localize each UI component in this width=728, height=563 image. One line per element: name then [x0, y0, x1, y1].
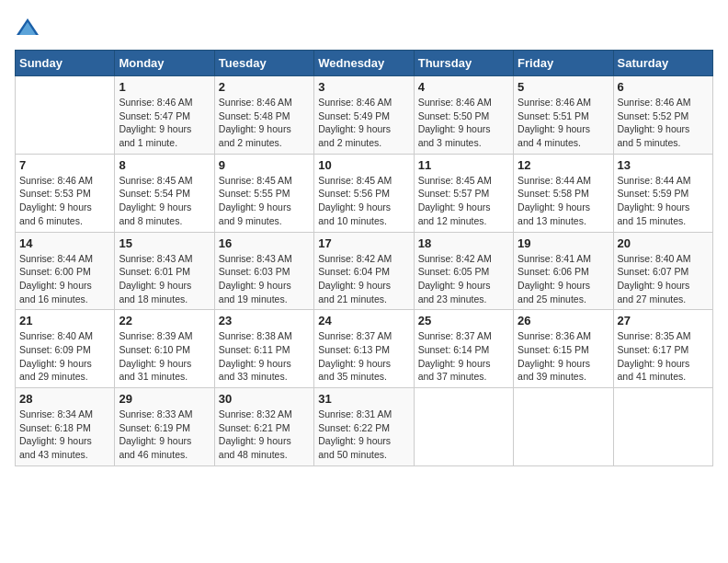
day-number: 7 — [19, 158, 110, 172]
day-info: Sunrise: 8:34 AM Sunset: 6:18 PM Dayligh… — [19, 408, 110, 462]
day-number: 24 — [318, 314, 409, 327]
day-number: 22 — [119, 314, 210, 327]
calendar-cell — [16, 76, 115, 155]
calendar-cell: 7Sunrise: 8:46 AM Sunset: 5:53 PM Daylig… — [16, 154, 115, 232]
day-number: 21 — [19, 314, 110, 327]
calendar-cell: 30Sunrise: 8:32 AM Sunset: 6:21 PM Dayli… — [214, 388, 313, 466]
calendar-cell — [414, 388, 513, 466]
logo — [15, 15, 44, 40]
weekday-header-wednesday: Wednesday — [314, 51, 414, 76]
day-info: Sunrise: 8:43 AM Sunset: 6:01 PM Dayligh… — [119, 252, 210, 306]
calendar-cell: 5Sunrise: 8:46 AM Sunset: 5:51 PM Daylig… — [514, 76, 613, 155]
calendar-cell — [613, 388, 712, 466]
calendar-cell: 11Sunrise: 8:45 AM Sunset: 5:57 PM Dayli… — [414, 154, 513, 232]
calendar-cell: 23Sunrise: 8:38 AM Sunset: 6:11 PM Dayli… — [214, 310, 313, 388]
page-header — [15, 15, 713, 40]
calendar-cell: 17Sunrise: 8:42 AM Sunset: 6:04 PM Dayli… — [314, 232, 414, 310]
calendar-table: SundayMondayTuesdayWednesdayThursdayFrid… — [15, 50, 713, 466]
day-number: 10 — [318, 158, 409, 172]
calendar-cell — [514, 388, 613, 466]
day-number: 11 — [418, 158, 509, 172]
day-number: 18 — [418, 236, 509, 250]
day-info: Sunrise: 8:45 AM Sunset: 5:57 PM Dayligh… — [418, 174, 509, 228]
day-number: 12 — [518, 158, 609, 172]
day-info: Sunrise: 8:46 AM Sunset: 5:49 PM Dayligh… — [318, 96, 409, 150]
day-info: Sunrise: 8:33 AM Sunset: 6:19 PM Dayligh… — [119, 408, 210, 462]
day-number: 29 — [119, 392, 210, 406]
day-info: Sunrise: 8:46 AM Sunset: 5:47 PM Dayligh… — [119, 96, 210, 150]
calendar-cell: 1Sunrise: 8:46 AM Sunset: 5:47 PM Daylig… — [115, 76, 214, 155]
day-info: Sunrise: 8:38 AM Sunset: 6:11 PM Dayligh… — [219, 329, 310, 384]
calendar-cell: 28Sunrise: 8:34 AM Sunset: 6:18 PM Dayli… — [16, 388, 115, 466]
day-number: 28 — [19, 392, 110, 406]
day-info: Sunrise: 8:41 AM Sunset: 6:06 PM Dayligh… — [518, 252, 609, 306]
calendar-week-row: 28Sunrise: 8:34 AM Sunset: 6:18 PM Dayli… — [16, 388, 713, 466]
day-info: Sunrise: 8:37 AM Sunset: 6:14 PM Dayligh… — [418, 329, 509, 384]
calendar-cell: 22Sunrise: 8:39 AM Sunset: 6:10 PM Dayli… — [115, 310, 214, 388]
day-number: 23 — [219, 314, 310, 327]
calendar-cell: 9Sunrise: 8:45 AM Sunset: 5:55 PM Daylig… — [214, 154, 313, 232]
day-number: 15 — [119, 236, 210, 250]
calendar-cell: 14Sunrise: 8:44 AM Sunset: 6:00 PM Dayli… — [16, 232, 115, 310]
day-number: 6 — [618, 80, 709, 94]
day-number: 5 — [518, 80, 609, 94]
day-number: 17 — [318, 236, 409, 250]
weekday-header-thursday: Thursday — [414, 51, 513, 76]
weekday-header-friday: Friday — [514, 51, 613, 76]
calendar-cell: 18Sunrise: 8:42 AM Sunset: 6:05 PM Dayli… — [414, 232, 513, 310]
day-number: 9 — [219, 158, 310, 172]
calendar-cell: 25Sunrise: 8:37 AM Sunset: 6:14 PM Dayli… — [414, 310, 513, 388]
calendar-cell: 10Sunrise: 8:45 AM Sunset: 5:56 PM Dayli… — [314, 154, 414, 232]
calendar-cell: 26Sunrise: 8:36 AM Sunset: 6:15 PM Dayli… — [514, 310, 613, 388]
calendar-week-row: 7Sunrise: 8:46 AM Sunset: 5:53 PM Daylig… — [16, 154, 713, 232]
day-number: 20 — [618, 236, 709, 250]
day-info: Sunrise: 8:46 AM Sunset: 5:48 PM Dayligh… — [219, 96, 310, 150]
day-info: Sunrise: 8:42 AM Sunset: 6:05 PM Dayligh… — [418, 252, 509, 306]
day-info: Sunrise: 8:31 AM Sunset: 6:22 PM Dayligh… — [318, 408, 409, 462]
day-number: 19 — [518, 236, 609, 250]
day-info: Sunrise: 8:43 AM Sunset: 6:03 PM Dayligh… — [219, 252, 310, 306]
weekday-header-saturday: Saturday — [613, 51, 712, 76]
day-info: Sunrise: 8:40 AM Sunset: 6:09 PM Dayligh… — [19, 329, 110, 384]
logo-icon — [15, 15, 40, 40]
day-info: Sunrise: 8:44 AM Sunset: 5:58 PM Dayligh… — [518, 174, 609, 228]
calendar-week-row: 14Sunrise: 8:44 AM Sunset: 6:00 PM Dayli… — [16, 232, 713, 310]
calendar-cell: 21Sunrise: 8:40 AM Sunset: 6:09 PM Dayli… — [16, 310, 115, 388]
day-info: Sunrise: 8:46 AM Sunset: 5:51 PM Dayligh… — [518, 96, 609, 150]
day-info: Sunrise: 8:46 AM Sunset: 5:50 PM Dayligh… — [418, 96, 509, 150]
calendar-week-row: 21Sunrise: 8:40 AM Sunset: 6:09 PM Dayli… — [16, 310, 713, 388]
weekday-header-sunday: Sunday — [16, 51, 115, 76]
day-info: Sunrise: 8:46 AM Sunset: 5:53 PM Dayligh… — [19, 174, 110, 228]
calendar-cell: 20Sunrise: 8:40 AM Sunset: 6:07 PM Dayli… — [613, 232, 712, 310]
day-info: Sunrise: 8:45 AM Sunset: 5:54 PM Dayligh… — [119, 174, 210, 228]
day-number: 16 — [219, 236, 310, 250]
calendar-cell: 2Sunrise: 8:46 AM Sunset: 5:48 PM Daylig… — [214, 76, 313, 155]
day-number: 1 — [119, 80, 210, 94]
day-info: Sunrise: 8:42 AM Sunset: 6:04 PM Dayligh… — [318, 252, 409, 306]
day-info: Sunrise: 8:45 AM Sunset: 5:55 PM Dayligh… — [219, 174, 310, 228]
weekday-header-row: SundayMondayTuesdayWednesdayThursdayFrid… — [16, 51, 713, 76]
calendar-cell: 19Sunrise: 8:41 AM Sunset: 6:06 PM Dayli… — [514, 232, 613, 310]
calendar-cell: 8Sunrise: 8:45 AM Sunset: 5:54 PM Daylig… — [115, 154, 214, 232]
day-info: Sunrise: 8:36 AM Sunset: 6:15 PM Dayligh… — [518, 329, 609, 384]
day-number: 26 — [518, 314, 609, 327]
day-number: 4 — [418, 80, 509, 94]
day-number: 30 — [219, 392, 310, 406]
weekday-header-monday: Monday — [115, 51, 214, 76]
day-info: Sunrise: 8:44 AM Sunset: 6:00 PM Dayligh… — [19, 252, 110, 306]
day-number: 14 — [19, 236, 110, 250]
day-info: Sunrise: 8:35 AM Sunset: 6:17 PM Dayligh… — [618, 329, 709, 384]
day-info: Sunrise: 8:46 AM Sunset: 5:52 PM Dayligh… — [618, 96, 709, 150]
day-number: 3 — [318, 80, 409, 94]
calendar-cell: 4Sunrise: 8:46 AM Sunset: 5:50 PM Daylig… — [414, 76, 513, 155]
calendar-cell: 6Sunrise: 8:46 AM Sunset: 5:52 PM Daylig… — [613, 76, 712, 155]
day-number: 2 — [219, 80, 310, 94]
day-info: Sunrise: 8:39 AM Sunset: 6:10 PM Dayligh… — [119, 329, 210, 384]
weekday-header-tuesday: Tuesday — [214, 51, 313, 76]
day-number: 8 — [119, 158, 210, 172]
calendar-cell: 3Sunrise: 8:46 AM Sunset: 5:49 PM Daylig… — [314, 76, 414, 155]
calendar-cell: 12Sunrise: 8:44 AM Sunset: 5:58 PM Dayli… — [514, 154, 613, 232]
calendar-cell: 29Sunrise: 8:33 AM Sunset: 6:19 PM Dayli… — [115, 388, 214, 466]
calendar-week-row: 1Sunrise: 8:46 AM Sunset: 5:47 PM Daylig… — [16, 76, 713, 155]
day-info: Sunrise: 8:45 AM Sunset: 5:56 PM Dayligh… — [318, 174, 409, 228]
